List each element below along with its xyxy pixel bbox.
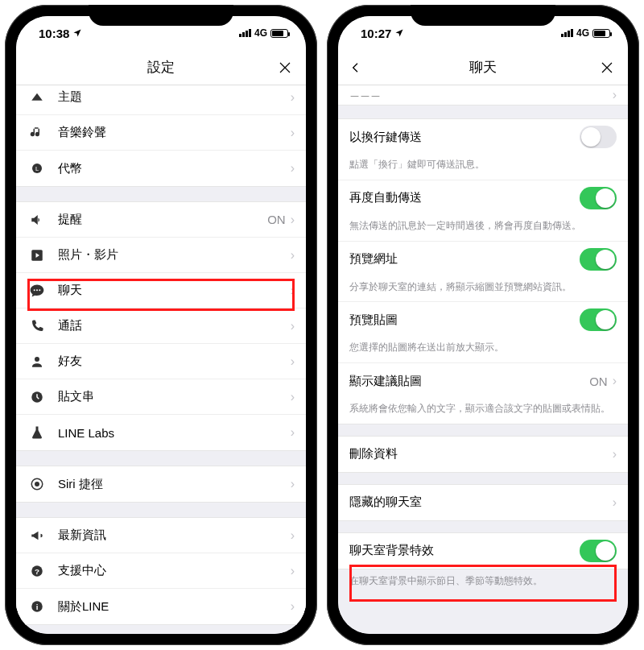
row-label: 刪除資料: [349, 446, 613, 462]
chevron-right-icon: ›: [291, 90, 295, 105]
row-coin[interactable]: L 代幣 ›: [16, 151, 306, 186]
back-button[interactable]: [346, 58, 365, 77]
location-icon: [394, 28, 404, 38]
row-label: 預覽網址: [349, 251, 580, 267]
chevron-right-icon: ›: [291, 248, 295, 263]
row-suggest[interactable]: 顯示建議貼圖 ON ›: [338, 363, 628, 399]
row-news[interactable]: 最新資訊 ›: [16, 518, 306, 553]
row-timeline[interactable]: 貼文串 ›: [16, 379, 306, 415]
row-label: LINE Labs: [58, 426, 291, 440]
row-labs[interactable]: LINE Labs ›: [16, 415, 306, 450]
close-button[interactable]: [597, 58, 617, 77]
close-button[interactable]: [275, 58, 295, 77]
row-call[interactable]: 通話 ›: [16, 308, 306, 344]
row-preview-sticker[interactable]: 預覽貼圖: [338, 302, 628, 337]
chevron-right-icon: ›: [291, 425, 295, 440]
coin-icon: L: [27, 159, 47, 178]
row-delete-data[interactable]: 刪除資料 ›: [338, 437, 628, 472]
row-label: 照片・影片: [58, 247, 291, 263]
theme-icon: [27, 88, 47, 107]
close-icon: [278, 60, 292, 75]
screen-right: 10:27 4G 聊天 ⸺⸺⸺ ›: [338, 16, 628, 634]
row-label: 再度自動傳送: [349, 190, 580, 205]
row-theme[interactable]: 主題 ›: [16, 85, 306, 115]
chat-icon: [27, 281, 47, 300]
row-value: ON: [589, 375, 608, 388]
status-time: 10:27: [361, 27, 391, 40]
toggle-resend[interactable]: [580, 187, 617, 209]
svg-point-8: [35, 482, 39, 486]
battery-icon: [270, 29, 288, 38]
chat-settings-list[interactable]: ⸺⸺⸺ › 以換行鍵傳送 點選「換行」鍵即可傳送訊息。 再度自動傳送 無法傳送的…: [338, 85, 628, 634]
chevron-right-icon: ›: [291, 354, 295, 369]
close-icon: [600, 60, 614, 75]
notch: [89, 5, 233, 26]
megaphone-icon: [27, 526, 47, 545]
row-label: 預覽貼圖: [349, 313, 580, 328]
chevron-right-icon: ›: [291, 477, 295, 491]
settings-list[interactable]: 主題 › 音樂鈴聲 › L 代幣 › 提醒 ON: [16, 85, 306, 634]
chevron-right-icon: ›: [291, 126, 295, 140]
chevron-right-icon: ›: [291, 213, 295, 227]
person-icon: [27, 352, 47, 371]
svg-point-5: [39, 289, 40, 291]
music-icon: [27, 123, 47, 143]
svg-text:L: L: [35, 165, 39, 172]
row-label: 好友: [58, 354, 291, 369]
toggle-preview-url[interactable]: [580, 248, 617, 271]
row-help[interactable]: ? 支援中心 ›: [16, 553, 306, 589]
battery-icon: [592, 29, 610, 38]
row-hidden-chats[interactable]: 隱藏的聊天室 ›: [338, 485, 628, 520]
clock-icon: [27, 387, 47, 407]
row-friends[interactable]: 好友 ›: [16, 344, 306, 379]
row-resend[interactable]: 再度自動傳送: [338, 180, 628, 216]
flask-icon: [27, 423, 47, 442]
toggle-enter-send[interactable]: [580, 126, 617, 148]
row-ringtone[interactable]: 音樂鈴聲 ›: [16, 115, 306, 151]
row-subtext: 系統將會依您輸入的文字，顯示適合該文字的貼圖或表情貼。: [338, 399, 628, 424]
siri-icon: [27, 474, 47, 494]
row-chat[interactable]: 聊天 ›: [16, 273, 306, 308]
row-label: 主題: [58, 89, 291, 105]
nav-bar: 設定: [16, 50, 306, 85]
row-siri[interactable]: Siri 捷徑 ›: [16, 466, 306, 502]
row-subtext: 分享於聊天室的連結，將顯示縮圖並預覽網站資訊。: [338, 277, 628, 303]
row-label: 隱藏的聊天室: [349, 495, 613, 510]
page-title: 聊天: [469, 58, 497, 77]
speaker-icon: [27, 210, 47, 230]
row-label: 以換行鍵傳送: [349, 130, 580, 145]
row-label: 代幣: [58, 161, 291, 176]
network-label: 4G: [254, 27, 267, 39]
chevron-right-icon: ›: [291, 390, 295, 404]
svg-point-3: [34, 289, 35, 291]
row-preview-url[interactable]: 預覽網址: [338, 242, 628, 277]
chevron-right-icon: ›: [291, 599, 295, 614]
row-media[interactable]: 照片・影片 ›: [16, 238, 306, 273]
toggle-preview-sticker[interactable]: [580, 308, 617, 331]
row-label: 貼文串: [58, 389, 291, 404]
toggle-bg-effects[interactable]: [580, 540, 617, 562]
row-enter-send[interactable]: 以換行鍵傳送: [338, 119, 628, 155]
chevron-right-icon: ›: [613, 88, 617, 102]
help-icon: ?: [27, 561, 47, 581]
svg-point-4: [36, 289, 38, 291]
signal-icon: [239, 29, 251, 37]
chevron-left-icon: [349, 61, 362, 74]
row-label: 通話: [58, 318, 291, 333]
phone-right: 10:27 4G 聊天 ⸺⸺⸺ ›: [327, 5, 639, 645]
chevron-right-icon: ›: [291, 161, 295, 176]
row-backup-partial[interactable]: ⸺⸺⸺ ›: [338, 85, 628, 105]
chevron-right-icon: ›: [291, 564, 295, 578]
row-subtext: 無法傳送的訊息於一定時間過後，將會再度自動傳送。: [338, 216, 628, 242]
chevron-right-icon: ›: [613, 495, 617, 510]
phone-icon: [27, 317, 47, 336]
phone-left: 10:38 4G 設定 主題 ›: [5, 5, 317, 645]
row-about[interactable]: i 關於LINE ›: [16, 589, 306, 624]
row-subtext: 您選擇的貼圖將在送出前放大顯示。: [338, 337, 628, 363]
row-value: ON: [267, 213, 286, 226]
row-notify[interactable]: 提醒 ON ›: [16, 202, 306, 238]
chevron-right-icon: ›: [613, 447, 617, 462]
chevron-right-icon: ›: [613, 374, 617, 388]
info-icon: i: [27, 597, 47, 616]
row-bg-effects[interactable]: 聊天室背景特效: [338, 533, 628, 569]
